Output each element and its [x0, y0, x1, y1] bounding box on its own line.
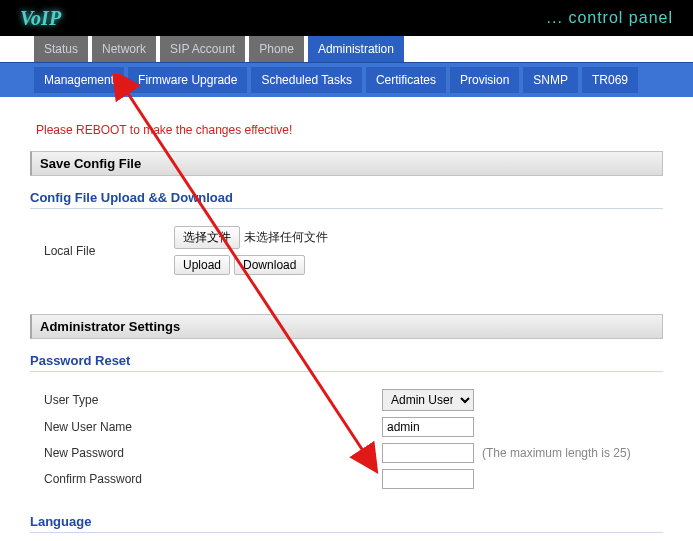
app-header: VoIP ... control panel	[0, 0, 693, 36]
subtab-snmp[interactable]: SNMP	[523, 67, 578, 93]
section-save-config: Save Config File	[30, 151, 663, 176]
section-admin-settings: Administrator Settings	[30, 314, 663, 339]
tab-status[interactable]: Status	[34, 36, 88, 62]
upload-button[interactable]: Upload	[174, 255, 230, 275]
choose-file-button[interactable]: 选择文件	[174, 226, 240, 249]
local-file-label: Local File	[44, 244, 174, 258]
subtab-provision[interactable]: Provision	[450, 67, 519, 93]
confirm-password-input[interactable]	[382, 469, 474, 489]
new-password-input[interactable]	[382, 443, 474, 463]
subheading-password-reset: Password Reset	[30, 353, 663, 372]
new-password-label: New Password	[44, 446, 174, 460]
subtab-scheduled-tasks[interactable]: Scheduled Tasks	[251, 67, 362, 93]
subtab-tr069[interactable]: TR069	[582, 67, 638, 93]
download-button[interactable]: Download	[234, 255, 305, 275]
subtab-management[interactable]: Management	[34, 67, 124, 93]
new-username-label: New User Name	[44, 420, 174, 434]
tab-network[interactable]: Network	[92, 36, 156, 62]
confirm-password-label: Confirm Password	[44, 472, 174, 486]
password-hint: (The maximum length is 25)	[482, 446, 631, 460]
new-username-input[interactable]	[382, 417, 474, 437]
subtab-firmware-upgrade[interactable]: Firmware Upgrade	[128, 67, 247, 93]
subheading-language: Language	[30, 514, 663, 533]
subheading-config-file: Config File Upload && Download	[30, 190, 663, 209]
subtab-certificates[interactable]: Certificates	[366, 67, 446, 93]
sub-tab-bar: Management Firmware Upgrade Scheduled Ta…	[0, 63, 693, 97]
tab-administration[interactable]: Administration	[308, 36, 404, 62]
tab-sip-account[interactable]: SIP Account	[160, 36, 245, 62]
file-chosen-text: 未选择任何文件	[244, 229, 328, 246]
app-subtitle: ... control panel	[547, 9, 673, 27]
content-area: Please REBOOT to make the changes effect…	[0, 97, 693, 541]
user-type-label: User Type	[44, 393, 174, 407]
reboot-warning: Please REBOOT to make the changes effect…	[36, 123, 663, 137]
main-tab-bar: Status Network SIP Account Phone Adminis…	[0, 36, 693, 63]
tab-phone[interactable]: Phone	[249, 36, 304, 62]
app-logo: VoIP	[20, 7, 61, 30]
user-type-select[interactable]: Admin User	[382, 389, 474, 411]
